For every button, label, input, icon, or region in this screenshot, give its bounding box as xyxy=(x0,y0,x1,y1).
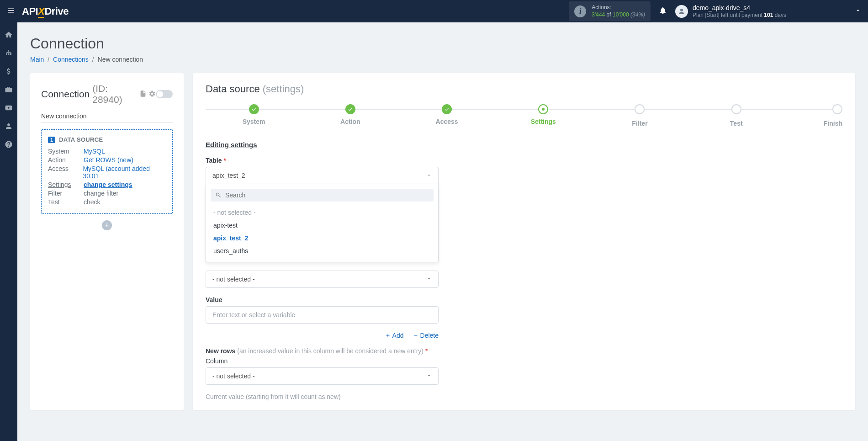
dd-option-apix-test-2[interactable]: apix_test_2 xyxy=(211,232,434,244)
connection-title: Connection xyxy=(41,89,90,100)
menu-icon[interactable] xyxy=(7,6,15,16)
actions-current: 3'444 xyxy=(592,11,605,18)
sidebar-user-icon[interactable] xyxy=(5,122,13,130)
sidebar-youtube-icon[interactable] xyxy=(5,104,13,112)
table-select-value: apix_test_2 xyxy=(212,172,245,179)
delete-button[interactable]: Delete xyxy=(413,332,439,339)
ds-system-link[interactable]: MySQL xyxy=(84,148,105,155)
logo[interactable]: APIXDrive xyxy=(22,5,69,17)
sidebar-sitemap-icon[interactable] xyxy=(5,49,13,57)
ds-title: DATA SOURCE xyxy=(59,136,103,143)
section-title: Editing settings xyxy=(206,141,842,149)
dd-option-apix-test[interactable]: apix-test xyxy=(211,219,434,232)
chevron-down-icon xyxy=(426,372,432,380)
bell-icon[interactable] xyxy=(659,6,667,16)
dd-option-none[interactable]: - not selected - xyxy=(211,206,434,219)
add-button[interactable]: Add xyxy=(385,332,404,339)
username: demo_apix-drive_s4 xyxy=(693,4,786,12)
user-menu[interactable]: demo_apix-drive_s4 Plan |Start| left unt… xyxy=(675,4,861,19)
table-label: Table xyxy=(206,157,223,164)
page-title: Connection xyxy=(30,35,855,52)
dd-option-users-auths[interactable]: users_auths xyxy=(211,244,434,257)
logo-post: Drive xyxy=(44,5,69,17)
minus-icon xyxy=(413,333,418,338)
ds-test-link[interactable]: check xyxy=(84,198,101,206)
step-filter-circle[interactable] xyxy=(635,104,645,114)
chevron-down-icon xyxy=(426,276,432,283)
step-settings-circle[interactable] xyxy=(538,104,548,114)
connection-subtitle: New connection xyxy=(41,112,173,123)
ds-step-badge: 1 xyxy=(48,137,55,143)
logo-pre: API xyxy=(22,5,38,17)
breadcrumb-connections[interactable]: Connections xyxy=(53,56,89,63)
newrows-label: New rows xyxy=(206,347,237,355)
plan-days: 101 xyxy=(764,12,773,18)
current-value-hint: Current value (starting from it will cou… xyxy=(206,393,439,400)
chevron-up-icon xyxy=(426,172,432,179)
value-label: Value xyxy=(206,296,439,303)
ds-settings-link[interactable]: change settings xyxy=(84,181,132,188)
step-access-circle[interactable] xyxy=(442,104,452,114)
dropdown-search-input[interactable] xyxy=(225,191,429,199)
dropdown-search[interactable] xyxy=(211,189,434,202)
table-select[interactable]: apix_test_2 xyxy=(206,167,439,184)
actions-label: Actions: xyxy=(592,4,645,11)
plus-icon xyxy=(385,333,391,338)
breadcrumb-main[interactable]: Main xyxy=(30,56,44,63)
connection-id: (ID: 28940) xyxy=(92,83,136,105)
actions-max: 10'000 xyxy=(613,11,629,18)
ds-filter-link[interactable]: change filter xyxy=(84,190,118,197)
step-action-circle[interactable] xyxy=(345,104,355,114)
actions-counter[interactable]: i Actions: 3'444 of 10'000 (34%) xyxy=(569,1,651,21)
column-label: Column xyxy=(206,357,439,365)
column-select-2[interactable]: - not selected - xyxy=(206,367,439,385)
chevron-down-icon xyxy=(855,7,861,16)
breadcrumb-current: New connection xyxy=(98,56,143,63)
sidebar-dollar-icon[interactable] xyxy=(5,67,13,75)
step-finish-circle[interactable] xyxy=(832,104,842,114)
info-icon: i xyxy=(574,5,586,17)
sidebar-home-icon[interactable] xyxy=(5,31,13,39)
sidebar-briefcase-icon[interactable] xyxy=(5,85,13,94)
breadcrumb: Main / Connections / New connection xyxy=(30,56,855,63)
sidebar xyxy=(0,22,17,423)
actions-percent: (34%) xyxy=(629,11,645,18)
data-source-box: 1 DATA SOURCE SystemMySQL ActionGet ROWS… xyxy=(41,129,173,214)
logo-x: X xyxy=(38,5,44,18)
search-icon xyxy=(215,192,222,198)
step-test-circle[interactable] xyxy=(731,104,741,114)
connection-toggle[interactable] xyxy=(156,90,173,98)
settings-title: Data source xyxy=(206,83,263,95)
column-select-1[interactable]: - not selected - xyxy=(206,271,439,288)
document-icon[interactable] xyxy=(139,89,147,100)
step-system-circle[interactable] xyxy=(249,104,259,114)
top-header: APIXDrive i Actions: 3'444 of 10'000 (34… xyxy=(0,0,868,22)
avatar-icon xyxy=(675,5,688,18)
gear-icon[interactable] xyxy=(148,89,156,100)
connection-panel: Connection (ID: 28940) New connection 1 … xyxy=(30,73,184,410)
progress-stepper: System Action Access Settings Filter Tes… xyxy=(206,104,842,127)
sidebar-help-icon[interactable] xyxy=(5,140,13,149)
ds-access-link[interactable]: MySQL (account added 30.01 xyxy=(83,165,166,180)
table-dropdown: - not selected - apix-test apix_test_2 u… xyxy=(206,184,439,262)
settings-panel: Data source (settings) System Action Acc… xyxy=(193,73,855,410)
value-input[interactable] xyxy=(206,306,439,324)
ds-action-link[interactable]: Get ROWS (new) xyxy=(84,156,133,164)
add-step-button[interactable]: + xyxy=(102,220,112,230)
